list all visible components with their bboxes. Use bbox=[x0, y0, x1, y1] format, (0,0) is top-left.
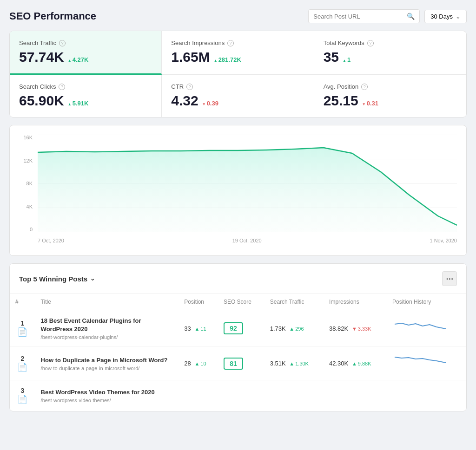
seo-score-badge: 92 bbox=[224, 322, 243, 334]
chart-y-labels: 16K 12K 8K 4K 0 bbox=[19, 135, 35, 232]
metric-value: 4.32 0.39 bbox=[171, 93, 304, 109]
col-position-history: Position History bbox=[387, 294, 466, 310]
impressions-cell: 38.82K ▼ 3.33K bbox=[324, 310, 387, 347]
metric-change: 5.91K bbox=[68, 100, 89, 107]
period-dropdown[interactable]: 30 Days ⌄ bbox=[424, 10, 467, 23]
impressions-change: ▲ 9.88K bbox=[352, 361, 371, 366]
traffic-change: ▲ 1.30K bbox=[289, 361, 309, 366]
metric-ctr: CTR ? 4.32 0.39 bbox=[162, 75, 314, 117]
x-label-2: 19 Oct, 2020 bbox=[232, 238, 262, 243]
metric-change: 0.31 bbox=[362, 100, 378, 107]
position-cell: 28 ▲ 10 bbox=[178, 347, 218, 380]
arrow-up-icon bbox=[343, 56, 346, 63]
post-url: /how-to-duplicate-a-page-in-microsoft-wo… bbox=[41, 365, 173, 371]
metric-label: CTR ? bbox=[171, 83, 304, 90]
arrow-up-icon bbox=[68, 100, 72, 107]
post-title: How to Duplicate a Page in Microsoft Wor… bbox=[41, 356, 173, 365]
arrow-up-icon: ▲ bbox=[194, 361, 199, 366]
seo-score-cell: 92 bbox=[218, 310, 264, 347]
chart-section: 16K 12K 8K 4K 0 bbox=[9, 125, 467, 256]
y-label-4k: 4K bbox=[19, 204, 35, 209]
metric-change: 1 bbox=[343, 56, 350, 63]
post-title: Best WordPress Video Themes for 2020 bbox=[41, 388, 173, 397]
num-cell: 2 📄 bbox=[10, 347, 35, 380]
arrow-up-icon: ▲ bbox=[289, 361, 294, 366]
search-icon: 🔍 bbox=[407, 13, 415, 20]
post-icon: 📄 bbox=[15, 362, 30, 372]
svg-marker-5 bbox=[38, 148, 457, 232]
traffic-change: ▲ 296 bbox=[289, 326, 304, 332]
y-label-8k: 8K bbox=[19, 181, 35, 186]
header-controls: 🔍 30 Days ⌄ bbox=[308, 9, 467, 23]
traffic-cell: 1.73K ▲ 296 bbox=[264, 310, 324, 347]
table-row: 2 📄 How to Duplicate a Page in Microsoft… bbox=[10, 347, 466, 380]
impressions-cell: 42.30K ▲ 9.88K bbox=[324, 347, 387, 380]
col-search-traffic: Search Traffic bbox=[264, 294, 324, 310]
col-seo-score: SEO Score bbox=[218, 294, 264, 310]
y-label-16k: 16K bbox=[19, 135, 35, 140]
metric-change: 0.39 bbox=[202, 100, 218, 107]
metric-label: Search Traffic ? bbox=[19, 39, 152, 46]
position-change: ▲ 11 bbox=[194, 326, 206, 332]
search-input[interactable] bbox=[313, 13, 405, 20]
metric-value: 25.15 0.31 bbox=[324, 93, 457, 109]
metric-search-traffic: Search Traffic ? 57.74K 4.27K bbox=[10, 31, 162, 75]
table-row: 3 📄 Best WordPress Video Themes for 2020… bbox=[10, 380, 466, 411]
help-icon[interactable]: ? bbox=[367, 40, 374, 46]
period-label: 30 Days bbox=[430, 13, 453, 20]
table-title[interactable]: Top 5 Winning Posts ⌄ bbox=[19, 275, 95, 283]
help-icon[interactable]: ? bbox=[186, 84, 193, 90]
help-icon[interactable]: ? bbox=[361, 84, 368, 90]
chevron-down-icon: ⌄ bbox=[456, 13, 461, 20]
post-number: 2 bbox=[15, 355, 30, 362]
more-options-button[interactable]: ⋯ bbox=[442, 271, 457, 286]
metric-value: 57.74K 4.27K bbox=[19, 49, 152, 65]
num-cell: 1 📄 bbox=[10, 310, 35, 347]
col-title: Title bbox=[35, 294, 179, 310]
arrow-up-icon: ▲ bbox=[352, 361, 357, 366]
table-header-row: # Title Position SEO Score Search Traffi… bbox=[10, 294, 466, 310]
search-box[interactable]: 🔍 bbox=[308, 9, 420, 23]
data-table: # Title Position SEO Score Search Traffi… bbox=[10, 294, 466, 411]
arrow-down-icon: ▼ bbox=[352, 326, 357, 332]
arrow-up-icon bbox=[68, 56, 72, 63]
chart-area bbox=[38, 135, 457, 232]
position-cell: 33 ▲ 11 bbox=[178, 310, 218, 347]
chart-x-labels: 7 Oct, 2020 19 Oct, 2020 1 Nov, 2020 bbox=[38, 235, 457, 246]
impressions-change: ▼ 3.33K bbox=[352, 326, 371, 332]
col-impressions: Impressions bbox=[324, 294, 387, 310]
main-chart-svg bbox=[38, 135, 457, 232]
table-row: 1 📄 18 Best Event Calendar Plugins for W… bbox=[10, 310, 466, 347]
metric-search-clicks: Search Clicks ? 65.90K 5.91K bbox=[10, 75, 162, 117]
help-icon[interactable]: ? bbox=[227, 40, 234, 46]
post-url: /best-wordpress-video-themes/ bbox=[41, 398, 173, 403]
traffic-cell bbox=[264, 380, 324, 411]
metric-search-impressions: Search Impressions ? 1.65M 281.72K bbox=[162, 31, 314, 75]
arrow-up-icon bbox=[214, 56, 218, 63]
help-icon[interactable]: ? bbox=[59, 84, 65, 90]
metric-label: Search Clicks ? bbox=[19, 83, 152, 90]
metric-total-keywords: Total Keywords ? 35 1 bbox=[314, 31, 466, 75]
post-title: 18 Best Event Calendar Plugins for WordP… bbox=[41, 317, 173, 333]
col-position: Position bbox=[178, 294, 218, 310]
metric-value: 35 1 bbox=[324, 49, 457, 65]
post-title-cell: How to Duplicate a Page in Microsoft Wor… bbox=[35, 347, 179, 380]
chart-container: 16K 12K 8K 4K 0 bbox=[19, 135, 457, 246]
seo-score-cell: 81 bbox=[218, 347, 264, 380]
x-label-1: 7 Oct, 2020 bbox=[38, 238, 64, 243]
traffic-cell: 3.51K ▲ 1.30K bbox=[264, 347, 324, 380]
y-label-12k: 12K bbox=[19, 158, 35, 163]
position-change: ▲ 10 bbox=[194, 361, 206, 366]
help-icon[interactable]: ? bbox=[59, 40, 66, 46]
x-label-3: 1 Nov, 2020 bbox=[430, 238, 457, 243]
post-icon: 📄 bbox=[15, 327, 30, 337]
metric-label: Total Keywords ? bbox=[324, 39, 457, 46]
position-cell bbox=[178, 380, 218, 411]
metric-value: 1.65M 281.72K bbox=[171, 49, 304, 65]
seo-score-cell bbox=[218, 380, 264, 411]
metric-change: 281.72K bbox=[214, 56, 241, 63]
post-title-cell: Best WordPress Video Themes for 2020 /be… bbox=[35, 380, 179, 411]
metric-label: Search Impressions ? bbox=[171, 39, 304, 46]
y-label-0: 0 bbox=[19, 227, 35, 232]
metrics-grid: Search Traffic ? 57.74K 4.27K Search Imp… bbox=[9, 31, 467, 117]
